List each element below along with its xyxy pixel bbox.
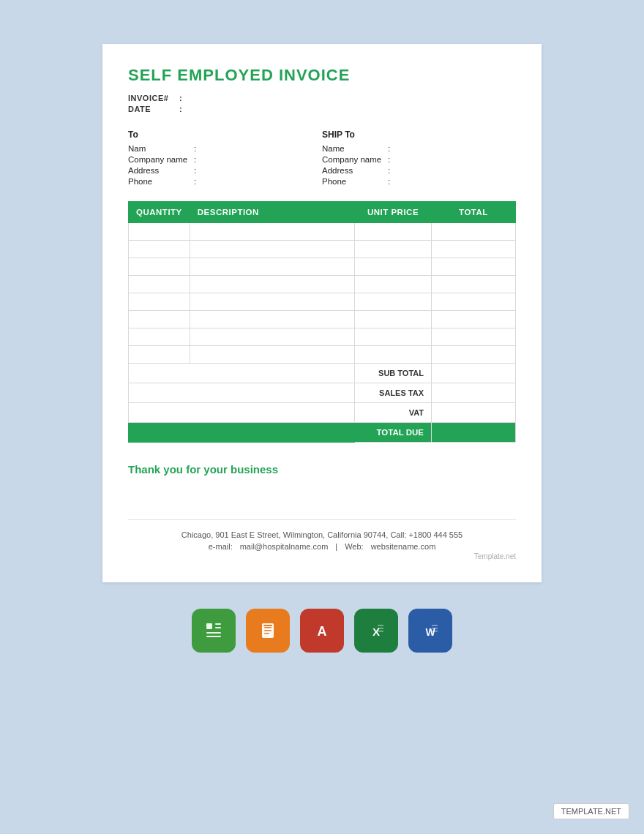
summary-section: SUB TOTAL SALES TAX VAT TOTAL DUE: [129, 364, 516, 443]
bill-to-company-label: Company name: [128, 155, 194, 164]
acrobat-icon[interactable]: A: [300, 609, 344, 653]
cell-total: [432, 311, 516, 328]
svg-rect-9: [264, 630, 272, 631]
ship-to-address-row: Address :: [322, 166, 516, 175]
footer-email-label: e-mail:: [209, 542, 233, 551]
footer-web: websitename.com: [371, 542, 436, 551]
watermark: Template.net: [128, 552, 516, 560]
acrobat-svg: A: [309, 617, 335, 644]
bill-to-phone-label: Phone: [128, 177, 194, 186]
svg-rect-16: [378, 625, 383, 626]
total-due-label: TOTAL DUE: [355, 423, 432, 443]
cell-price: [355, 293, 432, 311]
table-row: [129, 276, 516, 293]
cell-qty: [129, 241, 190, 258]
table-row: [129, 346, 516, 364]
thank-you-message: Thank you for your business: [128, 463, 516, 476]
cell-desc: [190, 258, 354, 276]
ship-to-name-row: Name :: [322, 144, 516, 153]
ship-to: SHIP To Name : Company name : Address : …: [322, 129, 516, 188]
date-label: DATE: [128, 105, 179, 113]
svg-rect-4: [206, 632, 221, 634]
bill-to-name-row: Nam :: [128, 144, 322, 153]
bill-to-name-label: Nam: [128, 144, 194, 153]
cell-desc: [190, 223, 354, 241]
invoice-number-label: INVOICE#: [128, 94, 179, 102]
total-due-value: [432, 423, 516, 443]
cell-desc: [190, 241, 354, 258]
cell-qty: [129, 311, 190, 328]
cell-desc: [190, 311, 354, 328]
svg-rect-8: [264, 627, 272, 628]
svg-rect-5: [206, 636, 221, 637]
table-row: [129, 293, 516, 311]
numbers-svg: [201, 617, 227, 644]
ship-to-name-label: Name: [322, 144, 388, 153]
table-row: [129, 241, 516, 258]
cell-price: [355, 346, 432, 364]
ship-to-company-row: Company name :: [322, 155, 516, 164]
svg-rect-21: [432, 625, 438, 626]
cell-price: [355, 241, 432, 258]
cell-qty: [129, 223, 190, 241]
cell-qty: [129, 346, 190, 364]
svg-rect-23: [432, 631, 438, 632]
excel-icon[interactable]: X: [354, 609, 398, 653]
footer-contact: e-mail: mail@hospitalname.com | Web: web…: [128, 542, 516, 551]
cell-qty: [129, 328, 190, 346]
table-header-description: DESCRIPTION: [190, 202, 354, 223]
footer-web-label: Web:: [345, 542, 363, 551]
sales-tax-row: SALES TAX: [129, 383, 516, 403]
cell-total: [432, 346, 516, 364]
cell-total: [432, 223, 516, 241]
template-badge: TEMPLATE.NET: [553, 803, 629, 819]
numbers-icon[interactable]: [192, 609, 236, 653]
bill-to-phone-row: Phone :: [128, 177, 322, 186]
svg-rect-11: [263, 625, 272, 626]
cell-desc: [190, 276, 354, 293]
ship-to-title: SHIP To: [322, 129, 516, 140]
excel-svg: X: [363, 617, 389, 644]
ship-to-address-label: Address: [322, 166, 388, 175]
bill-to-title: To: [128, 129, 322, 140]
svg-rect-0: [203, 620, 224, 641]
bill-to-address-row: Address :: [128, 166, 322, 175]
date-row: DATE :: [128, 105, 516, 113]
ship-to-phone-row: Phone :: [322, 177, 516, 186]
svg-rect-2: [215, 623, 221, 625]
table-header-total: TOTAL: [432, 202, 516, 223]
cell-qty: [129, 276, 190, 293]
ship-to-phone-label: Phone: [322, 177, 388, 186]
table-row: [129, 223, 516, 241]
bill-to-address-label: Address: [128, 166, 194, 175]
sub-total-row: SUB TOTAL: [129, 364, 516, 383]
table-header-quantity: QUANTITY: [129, 202, 190, 223]
invoice-number-row: INVOICE# :: [128, 94, 516, 102]
word-icon[interactable]: W: [408, 609, 452, 653]
cell-desc: [190, 346, 354, 364]
app-icons: A X W: [192, 609, 452, 653]
cell-desc: [190, 293, 354, 311]
footer-separator: |: [335, 542, 337, 551]
svg-rect-18: [378, 631, 383, 632]
vat-value: [432, 403, 516, 423]
sub-total-value: [432, 364, 516, 383]
bill-to: To Nam : Company name : Address : Phone …: [128, 129, 322, 188]
sub-total-label: SUB TOTAL: [355, 364, 432, 383]
svg-rect-22: [432, 628, 438, 629]
pages-svg: [255, 617, 281, 644]
cell-price: [355, 258, 432, 276]
svg-rect-10: [264, 633, 269, 634]
sales-tax-value: [432, 383, 516, 403]
cell-price: [355, 328, 432, 346]
total-due-row: TOTAL DUE: [129, 423, 516, 443]
date-colon: :: [179, 105, 182, 113]
pages-icon[interactable]: [246, 609, 290, 653]
invoice-card: SELF EMPLOYED INVOICE INVOICE# : DATE : …: [102, 44, 542, 582]
invoice-footer: Chicago, 901 East E Street, Wilmington, …: [128, 519, 516, 560]
cell-total: [432, 293, 516, 311]
word-svg: W: [417, 617, 443, 644]
invoice-number-colon: :: [179, 94, 182, 102]
svg-rect-1: [206, 623, 212, 629]
footer-email: mail@hospitalname.com: [240, 542, 329, 551]
